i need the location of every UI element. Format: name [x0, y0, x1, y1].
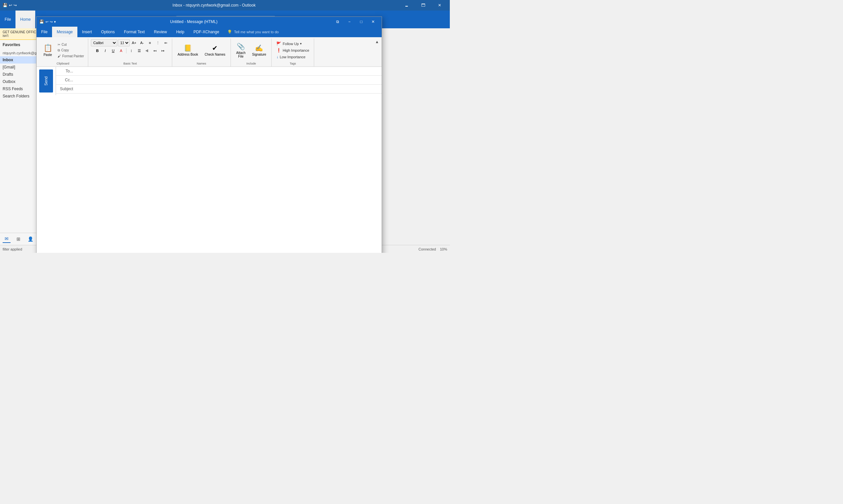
compose-search-placeholder: Tell me what you want to do [234, 30, 279, 34]
decrease-indent-btn2[interactable]: ↤ [151, 47, 159, 54]
window-title: Inbox - ntquynh.cynfwork@gmail.com - Out… [29, 3, 399, 7]
minimize-btn[interactable]: 🗕 [399, 0, 414, 11]
compose-form: Send To... Cc... Subject [37, 67, 382, 95]
subject-label: Subject [56, 85, 76, 93]
cut-label: Cut [61, 43, 67, 47]
format-painter-button[interactable]: 🖌 Format Painter [56, 54, 85, 59]
tab-file[interactable]: File [0, 11, 16, 28]
send-btn-area: Send [37, 67, 56, 95]
font-family-select[interactable]: Calibri [91, 39, 117, 47]
clipboard-label: Clipboard [57, 61, 70, 65]
compose-tab-pdf-xchange[interactable]: PDF-XChange [189, 27, 224, 37]
cc-label: Cc... [56, 76, 76, 84]
ribbon-clipboard-group: 📋 Paste ✂ Cut ⧉ Copy 🖌 Format Pain [38, 38, 88, 67]
tab-home[interactable]: Home [16, 11, 35, 28]
address-book-label: Address Book [178, 53, 198, 56]
attach-file-label: Attach File [236, 51, 245, 58]
to-row: To... [56, 67, 382, 76]
format-painter-label: Format Painter [62, 54, 84, 58]
compose-tab-format-text[interactable]: Format Text [119, 27, 149, 37]
cut-button[interactable]: ✂ Cut [56, 42, 85, 47]
ribbon-collapse-btn[interactable]: ▲ [374, 38, 380, 45]
compose-tab-insert[interactable]: Insert [77, 27, 96, 37]
form-fields: To... Cc... Subject [56, 67, 382, 95]
search-folders-label: Search Folders [3, 94, 29, 98]
compose-save-icon[interactable]: 💾 [39, 19, 44, 24]
cc-input[interactable] [76, 76, 382, 84]
format-painter-icon: 🖌 [58, 54, 61, 58]
follow-up-label: Follow Up [283, 42, 299, 46]
title-bar: 💾 ↩ ↪ Inbox - ntquynh.cynfwork@gmail.com… [0, 0, 450, 11]
filter-status: filter applied [3, 247, 22, 251]
increase-indent-btn2[interactable]: ↦ [159, 47, 167, 54]
font-color-button[interactable]: A [118, 47, 125, 54]
check-names-icon: ✔ [212, 44, 218, 52]
address-book-button[interactable]: 📒 Address Book [175, 40, 200, 60]
to-label: To... [56, 67, 76, 75]
italic-button[interactable]: I [102, 47, 109, 54]
quick-access-redo[interactable]: ↪ [14, 3, 17, 7]
compose-tab-review[interactable]: Review [149, 27, 172, 37]
compose-maximize-btn[interactable]: □ [355, 17, 367, 27]
align-left-button[interactable]: ⫶ [128, 47, 135, 54]
outbox-label: Outbox [3, 79, 16, 84]
high-importance-button[interactable]: ❗ High Importance [274, 48, 311, 53]
compose-tab-help[interactable]: Help [172, 27, 189, 37]
inbox-label: Inbox [3, 58, 13, 62]
nav-people[interactable]: 👤 [26, 235, 34, 243]
low-importance-button[interactable]: ↓ Low Importance [274, 54, 311, 60]
close-btn[interactable]: ✕ [432, 0, 447, 11]
follow-up-dropdown[interactable]: ▾ [300, 42, 302, 46]
font-shrink-button[interactable]: A- [138, 39, 146, 47]
decrease-indent-button[interactable]: ⇐ [162, 39, 169, 47]
signature-button[interactable]: ✍ Signature [250, 40, 269, 60]
underline-button[interactable]: U [110, 47, 117, 54]
subject-input[interactable] [76, 85, 382, 93]
numbered-list-button[interactable]: ⋮ [154, 39, 161, 47]
favorites-label: Favorites [3, 42, 20, 47]
check-names-button[interactable]: ✔ Check Names [202, 40, 228, 60]
compose-search: 💡 Tell me what you want to do [224, 27, 382, 37]
align-center-button[interactable]: ☰ [136, 47, 143, 54]
quick-access-save[interactable]: 💾 [3, 3, 7, 7]
ribbon-names-group: 📒 Address Book ✔ Check Names Names [172, 38, 231, 67]
bold-button[interactable]: B [94, 47, 101, 54]
gmail-label: [Gmail] [3, 65, 15, 70]
compose-body[interactable] [37, 95, 382, 253]
compose-tile-btn[interactable]: ⧉ [331, 17, 343, 27]
font-grow-button[interactable]: A+ [130, 39, 138, 47]
compose-tab-options[interactable]: Options [96, 27, 119, 37]
font-size-select[interactable]: 11 [118, 39, 130, 47]
ribbon-tags-group: 🚩 Follow Up ▾ ❗ High Importance ↓ Low Im… [272, 38, 314, 67]
cc-row: Cc... [56, 76, 382, 85]
nav-mail[interactable]: ✉ [3, 235, 11, 243]
follow-up-button[interactable]: 🚩 Follow Up ▾ [274, 41, 311, 47]
compose-redo-icon[interactable]: ↪ [50, 20, 53, 24]
to-input[interactable] [76, 67, 382, 75]
compose-undo-icon[interactable]: ↩ [46, 20, 49, 24]
compose-ribbon: 📋 Paste ✂ Cut ⧉ Copy 🖌 Format Pain [37, 37, 382, 67]
compose-close-btn[interactable]: ✕ [367, 17, 379, 27]
signature-icon: ✍ [255, 44, 263, 52]
compose-tab-file[interactable]: File [37, 27, 52, 37]
paste-button[interactable]: 📋 Paste [40, 40, 55, 60]
send-label: Send [44, 76, 49, 86]
cut-icon: ✂ [58, 43, 60, 47]
compose-tab-message[interactable]: Message [52, 27, 77, 37]
attach-file-button[interactable]: 📎 Attach File [233, 40, 248, 60]
quick-access-undo[interactable]: ↩ [9, 3, 12, 7]
low-importance-icon: ↓ [276, 55, 278, 59]
subject-row: Subject [56, 85, 382, 93]
restore-btn[interactable]: 🗖 [416, 0, 431, 11]
nav-calendar[interactable]: ⊞ [15, 235, 22, 243]
compose-minimize-btn[interactable]: − [343, 17, 355, 27]
copy-icon: ⧉ [58, 48, 60, 52]
ribbon-basic-text-group: Calibri 11 A+ A- ≡ ⋮ ⇐ B I U A [88, 38, 172, 67]
paste-icon: 📋 [43, 44, 52, 52]
align-right-button[interactable]: ⫷ [144, 47, 151, 54]
paste-label: Paste [43, 53, 52, 57]
copy-button[interactable]: ⧉ Copy [56, 48, 85, 53]
bullet-list-button[interactable]: ≡ [146, 39, 154, 47]
ribbon-include-group: 📎 Attach File ✍ Signature Include [231, 38, 272, 67]
send-button[interactable]: Send [39, 70, 53, 92]
